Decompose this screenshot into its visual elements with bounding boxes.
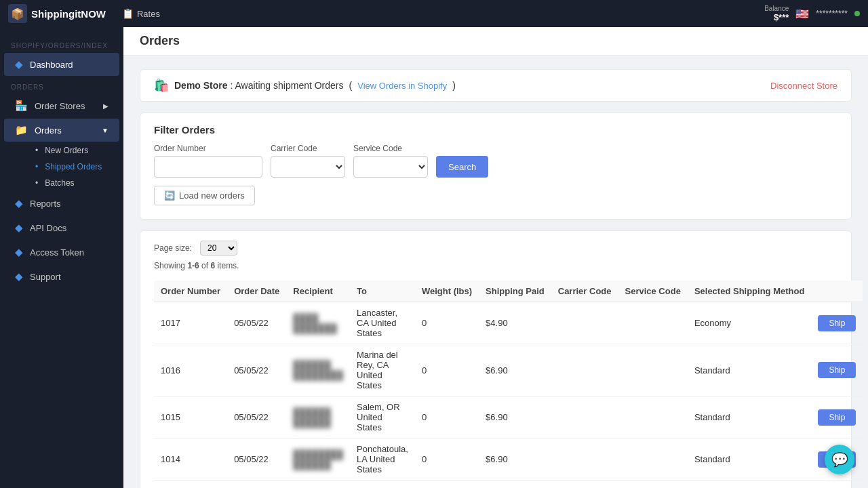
disconnect-store-link[interactable]: Disconnect Store bbox=[770, 81, 837, 91]
cell-service-code bbox=[618, 481, 688, 489]
api-docs-label: API Docs bbox=[30, 223, 66, 233]
table-body: 1017 05/05/22 ████ ███████ Lancaster, CA… bbox=[154, 302, 863, 489]
rates-tab[interactable]: 📋 Rates bbox=[117, 5, 165, 22]
col-order-number: Order Number bbox=[154, 281, 227, 302]
col-shipping-method: Selected Shipping Method bbox=[688, 281, 812, 302]
cell-action: Ship bbox=[811, 302, 863, 344]
table-area: Page size: 20 50 100 Showing 1-6 of 6 it… bbox=[140, 230, 852, 488]
cell-service-code bbox=[618, 344, 688, 396]
orders-table: Order Number Order Date Recipient To Wei… bbox=[154, 281, 863, 488]
order-stores-icon: 🏪 bbox=[15, 100, 28, 112]
page-content: 🛍️ Demo Store : Awaiting shipment Orders… bbox=[123, 56, 868, 488]
cell-carrier-code bbox=[551, 344, 618, 396]
cell-shipping-method: Standard bbox=[688, 396, 812, 439]
sidebar: SHOPIFY/ORDERS/INDEX ◆ Dashboard ORDERS … bbox=[0, 27, 123, 488]
page-header: Orders bbox=[123, 27, 868, 56]
cell-shipping-method: Economy bbox=[688, 481, 812, 489]
cell-weight: 0 bbox=[415, 439, 479, 481]
cell-action: Ship bbox=[811, 344, 863, 396]
table-header: Order Number Order Date Recipient To Wei… bbox=[154, 281, 863, 302]
cell-carrier-code bbox=[551, 481, 618, 489]
sidebar-item-dashboard[interactable]: ◆ Dashboard bbox=[4, 53, 119, 76]
view-orders-link-paren-close: ) bbox=[452, 80, 456, 91]
page-size-select[interactable]: 20 50 100 bbox=[200, 241, 237, 256]
top-navigation: 📦 ShippingitNOW 📋 Rates Balance $*** 🇺🇸 … bbox=[0, 0, 868, 27]
sidebar-item-shipped-orders[interactable]: • Shipped Orders bbox=[28, 159, 119, 175]
access-token-label: Access Token bbox=[30, 247, 84, 258]
online-indicator bbox=[854, 11, 860, 16]
bullet-icon: • bbox=[35, 162, 38, 171]
orders-section-label: ORDERS bbox=[0, 77, 123, 94]
table-row: 1015 05/05/22 ██████ ██████ Salem, OR Un… bbox=[154, 396, 863, 439]
col-action bbox=[811, 281, 863, 302]
store-banner: 🛍️ Demo Store : Awaiting shipment Orders… bbox=[140, 69, 852, 102]
ship-button[interactable]: Ship bbox=[818, 362, 856, 378]
table-row: 1014 05/05/22 ████████ ██████ Ponchatoul… bbox=[154, 439, 863, 481]
balance-label: Balance bbox=[764, 5, 789, 12]
service-code-label: Service Code bbox=[353, 144, 428, 153]
cell-shipping-paid: $6.90 bbox=[479, 344, 551, 396]
orders-icon: 📁 bbox=[15, 124, 28, 136]
carrier-code-select[interactable] bbox=[271, 156, 345, 178]
cell-weight: 0 bbox=[415, 302, 479, 344]
search-button[interactable]: Search bbox=[436, 156, 488, 178]
filter-row: Order Number Carrier Code Service Code bbox=[154, 144, 837, 178]
flag-icon: 🇺🇸 bbox=[795, 7, 809, 20]
shipped-orders-label: Shipped Orders bbox=[45, 162, 102, 171]
cell-action: Ship bbox=[811, 481, 863, 489]
table-meta: Page size: 20 50 100 bbox=[154, 241, 837, 256]
cell-service-code bbox=[618, 396, 688, 439]
view-orders-link-paren: ( bbox=[349, 80, 353, 91]
cell-order-number: 1013 bbox=[154, 481, 227, 489]
cell-to: Salem, OR United States bbox=[350, 396, 415, 439]
cell-to: Marina del Rey, CA United States bbox=[350, 344, 415, 396]
cell-carrier-code bbox=[551, 302, 618, 344]
cell-service-code bbox=[618, 302, 688, 344]
rates-icon: 📋 bbox=[122, 8, 134, 19]
filter-box: Filter Orders Order Number Carrier Code … bbox=[140, 113, 852, 220]
topnav-right: Balance $*** 🇺🇸 ********** bbox=[764, 5, 860, 22]
cell-shipping-paid: $4.90 bbox=[479, 302, 551, 344]
refresh-icon: 🔄 bbox=[164, 190, 175, 201]
order-number-input[interactable] bbox=[154, 156, 262, 178]
balance-block: Balance $*** bbox=[764, 5, 789, 22]
logo[interactable]: 📦 ShippingitNOW bbox=[8, 4, 106, 23]
bullet-icon: • bbox=[35, 146, 38, 155]
orders-label: Orders bbox=[35, 125, 62, 136]
main-content: Orders 🛍️ Demo Store : Awaiting shipment… bbox=[123, 27, 868, 488]
chat-button[interactable]: 💬 bbox=[825, 445, 854, 474]
sidebar-item-orders[interactable]: 📁 Orders ▼ bbox=[4, 119, 119, 142]
ship-button[interactable]: Ship bbox=[818, 409, 856, 426]
col-shipping-paid: Shipping Paid bbox=[479, 281, 551, 302]
batches-label: Batches bbox=[45, 178, 74, 188]
col-order-date: Order Date bbox=[227, 281, 286, 302]
shopify-icon: 🛍️ bbox=[154, 78, 169, 93]
cell-recipient: ████ ███████ bbox=[286, 302, 350, 344]
store-banner-left: 🛍️ Demo Store : Awaiting shipment Orders… bbox=[154, 78, 456, 93]
api-docs-icon: ◆ bbox=[15, 222, 23, 234]
cell-order-number: 1014 bbox=[154, 439, 227, 481]
view-orders-link[interactable]: View Orders in Shopify bbox=[357, 81, 447, 91]
cell-weight: 0 bbox=[415, 396, 479, 439]
sidebar-item-new-orders[interactable]: • New Orders bbox=[28, 142, 119, 159]
cell-shipping-method: Standard bbox=[688, 344, 812, 396]
sidebar-item-support[interactable]: ◆ Support bbox=[4, 265, 119, 288]
cell-recipient: ████ ██████ bbox=[286, 481, 350, 489]
cell-order-date: 05/05/22 bbox=[227, 344, 286, 396]
load-new-orders-button[interactable]: 🔄 Load new orders bbox=[154, 186, 255, 205]
col-carrier-code: Carrier Code bbox=[551, 281, 618, 302]
sidebar-item-api-docs[interactable]: ◆ API Docs bbox=[4, 216, 119, 239]
ship-button[interactable]: Ship bbox=[818, 315, 856, 331]
sidebar-item-batches[interactable]: • Batches bbox=[28, 175, 119, 191]
reports-icon: ◆ bbox=[15, 197, 23, 209]
sidebar-item-reports[interactable]: ◆ Reports bbox=[4, 192, 119, 215]
sidebar-item-access-token[interactable]: ◆ Access Token bbox=[4, 241, 119, 264]
carrier-code-label: Carrier Code bbox=[271, 144, 345, 153]
sidebar-item-order-stores[interactable]: 🏪 Order Stores ▶ bbox=[4, 94, 119, 117]
cell-action: Ship bbox=[811, 396, 863, 439]
showing-text: Showing 1-6 of 6 items. bbox=[154, 261, 837, 270]
user-display: ********** bbox=[816, 9, 848, 18]
filter-title: Filter Orders bbox=[154, 124, 837, 136]
cell-order-number: 1015 bbox=[154, 396, 227, 439]
service-code-select[interactable] bbox=[353, 156, 428, 178]
